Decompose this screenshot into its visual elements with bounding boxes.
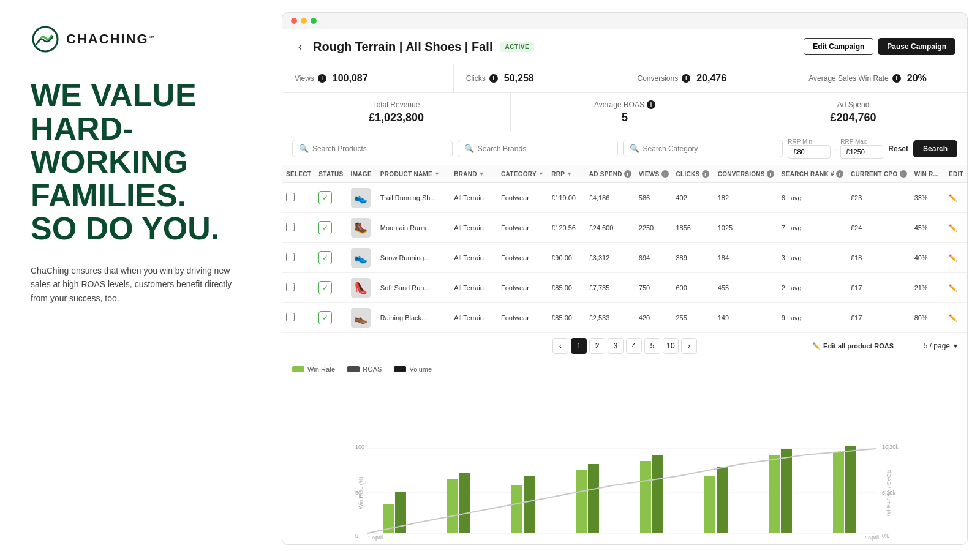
browser-dot-green[interactable]	[311, 18, 317, 24]
row-brand: All Terrain	[450, 273, 497, 303]
pause-campaign-button[interactable]: Pause Campaign	[878, 38, 955, 55]
pagination: ‹ 1 2 3 4 5 10 › 5 / page ▾ ✏️ Edit all …	[282, 333, 967, 359]
col-win: WIN R...	[911, 165, 945, 183]
reset-button[interactable]: Reset	[888, 144, 908, 153]
metrics-row: Views i 100,087 Clicks i 50,258 Conversi…	[282, 64, 967, 93]
table-row: ✓ 👟 Snow Running... All Terrain Footwear…	[282, 243, 967, 273]
page-3-button[interactable]: 3	[608, 338, 624, 354]
col-rrp[interactable]: RRP ▼	[548, 165, 585, 183]
rrp-min-input[interactable]	[788, 145, 831, 159]
row-views: 694	[635, 243, 673, 273]
row-select[interactable]	[282, 183, 315, 213]
status-check-icon: ✓	[318, 311, 332, 324]
roas-legend-color	[347, 366, 360, 372]
conversions-info-icon: i	[682, 74, 690, 83]
row-image: 🥾	[347, 213, 377, 243]
col-status: STATUS	[315, 165, 347, 183]
row-views: 586	[635, 183, 673, 213]
row-product: Mountain Runn...	[377, 213, 450, 243]
roas-info-icon: i	[647, 100, 655, 109]
row-win: 33%	[911, 183, 945, 213]
row-status: ✓	[315, 213, 347, 243]
row-conversions: 149	[714, 303, 778, 333]
revenue-adspend: Ad Spend £204,760	[739, 93, 967, 132]
table-row: ✓ 👠 Soft Sand Run... All Terrain Footwea…	[282, 273, 967, 303]
win-rate-legend-color	[292, 366, 304, 372]
page-more-button[interactable]: 10	[663, 338, 679, 354]
prev-page-button[interactable]: ‹	[552, 338, 568, 354]
edit-row-icon[interactable]: ✏️	[949, 254, 957, 261]
header-actions: Edit Campaign Pause Campaign	[804, 38, 955, 55]
row-status: ✓	[315, 243, 347, 273]
status-check-icon: ✓	[318, 221, 332, 234]
page-5-button[interactable]: 5	[644, 338, 660, 354]
products-table: SELECT STATUS IMAGE PRODUCT NAME ▼ BRAND…	[282, 165, 967, 333]
row-status: ✓	[315, 183, 347, 213]
row-brand: All Terrain	[450, 243, 497, 273]
right-panel: ‹ Rough Terrain | All Shoes | Fall ACTIV…	[270, 0, 980, 551]
row-rrp: £85.00	[548, 303, 585, 333]
edit-row-icon[interactable]: ✏️	[949, 194, 957, 201]
per-page-chevron: ▾	[954, 342, 957, 350]
win-rate-legend-label: Win Rate	[307, 365, 335, 373]
row-clicks: 402	[673, 183, 714, 213]
row-select[interactable]	[282, 273, 315, 303]
back-button[interactable]: ‹	[295, 39, 306, 54]
per-page-label: 5 / page	[924, 342, 950, 350]
row-category: Footwear	[497, 213, 548, 243]
col-category[interactable]: CATEGORY ▼	[497, 165, 548, 183]
bar-5-winrate	[640, 461, 651, 533]
sub-text: ChaChing ensures that when you win by dr…	[31, 264, 239, 305]
page-4-button[interactable]: 4	[626, 338, 642, 354]
col-product[interactable]: PRODUCT NAME ▼	[377, 165, 450, 183]
edit-row-icon[interactable]: ✏️	[949, 314, 957, 321]
row-select[interactable]	[282, 213, 315, 243]
bar-6-winrate	[704, 476, 715, 533]
page-2-button[interactable]: 2	[589, 338, 605, 354]
edit-all-roas-button[interactable]: ✏️ Edit all product ROAS	[812, 342, 894, 350]
edit-campaign-button[interactable]: Edit Campaign	[804, 38, 873, 55]
conversions-value: 20,476	[696, 73, 726, 84]
row-edit[interactable]: ✏️	[945, 243, 967, 273]
search-button[interactable]: Search	[913, 140, 957, 157]
row-cpo: £23	[847, 183, 911, 213]
search-category-input[interactable]	[643, 144, 777, 153]
search-products-input[interactable]	[312, 144, 446, 153]
row-select[interactable]	[282, 243, 315, 273]
page-1-button[interactable]: 1	[571, 338, 587, 354]
search-category-field[interactable]: 🔍	[623, 140, 783, 157]
row-win: 80%	[911, 303, 945, 333]
row-edit[interactable]: ✏️	[945, 183, 967, 213]
row-rank: 2 | avg	[778, 273, 847, 303]
per-page-selector[interactable]: 5 / page ▾	[924, 342, 957, 350]
search-brands-field[interactable]: 🔍	[458, 140, 618, 157]
trend-line	[368, 449, 876, 533]
row-rank: 9 | avg	[778, 303, 847, 333]
col-brand[interactable]: BRAND ▼	[450, 165, 497, 183]
edit-row-icon[interactable]: ✏️	[949, 284, 957, 291]
row-cpo: £17	[847, 303, 911, 333]
row-select[interactable]	[282, 303, 315, 333]
row-edit[interactable]: ✏️	[945, 303, 967, 333]
rrp-max-input[interactable]	[840, 145, 883, 159]
chart-section: Win Rate ROAS Volume 100 50 0	[282, 359, 967, 544]
search-products-field[interactable]: 🔍	[292, 140, 453, 157]
bar-8-volume	[845, 446, 856, 533]
browser-dot-yellow[interactable]	[301, 18, 307, 24]
row-edit[interactable]: ✏️	[945, 273, 967, 303]
row-adspend: £7,735	[586, 273, 635, 303]
row-category: Footwear	[497, 243, 548, 273]
views-info-icon: i	[318, 74, 326, 83]
views-value: 100,087	[333, 73, 368, 84]
bar-2-volume	[459, 473, 470, 533]
browser-dot-red[interactable]	[291, 18, 297, 24]
browser-chrome	[282, 12, 968, 29]
next-page-button[interactable]: ›	[681, 338, 697, 354]
bar-7-winrate	[769, 455, 780, 533]
row-edit[interactable]: ✏️	[945, 213, 967, 243]
search-brands-input[interactable]	[478, 144, 611, 153]
row-clicks: 389	[673, 243, 714, 273]
bar-8-winrate	[833, 452, 844, 533]
edit-row-icon[interactable]: ✏️	[949, 224, 957, 231]
row-image: 👟	[347, 183, 377, 213]
